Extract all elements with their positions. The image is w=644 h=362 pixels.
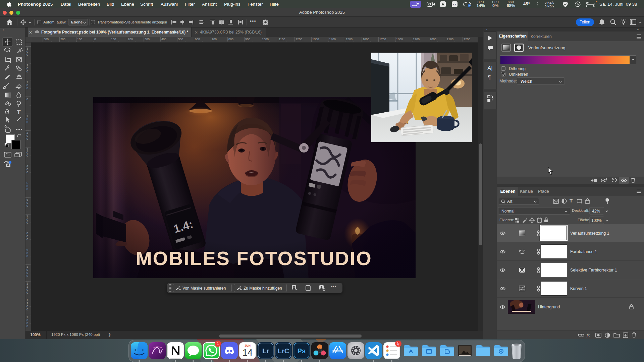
svg-text:JUN: JUN <box>245 344 251 347</box>
svg-text:14: 14 <box>243 348 253 358</box>
svg-text:T: T <box>17 109 21 116</box>
svg-text:MOBILES FOTOSTUDIO: MOBILES FOTOSTUDIO <box>136 247 372 269</box>
svg-text:LT: LT <box>453 3 456 6</box>
svg-text:LrC: LrC <box>278 347 289 355</box>
svg-text:Lr: Lr <box>262 347 269 355</box>
svg-text:36: 36 <box>468 5 470 7</box>
svg-text:Ps: Ps <box>298 347 306 355</box>
